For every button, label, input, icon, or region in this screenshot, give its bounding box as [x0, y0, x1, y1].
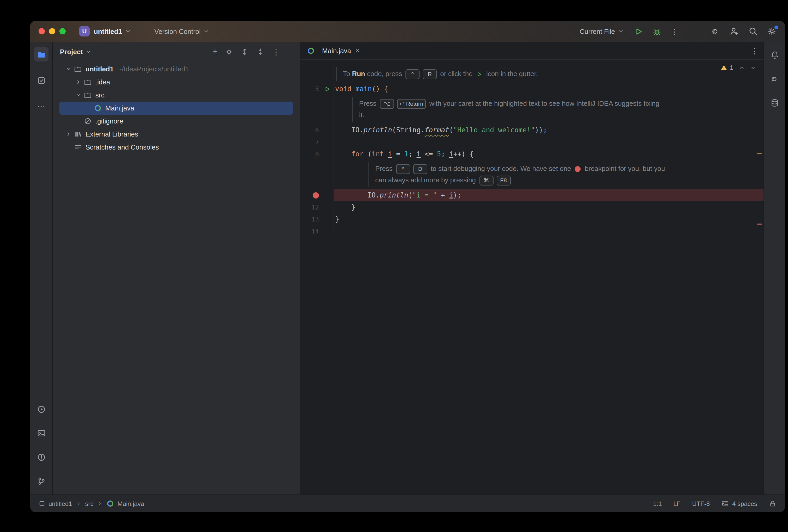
- warning-summary[interactable]: 1: [721, 64, 733, 72]
- code-line[interactable]: 8for (int i = 1; i <= 5; i++) {: [300, 148, 764, 160]
- write-access-lock-icon[interactable]: [769, 500, 776, 508]
- scrollbar-error-mark[interactable]: [757, 223, 762, 225]
- tree-item-src[interactable]: src: [59, 88, 293, 102]
- indent-setting[interactable]: 4 spaces: [721, 500, 757, 508]
- code-token: (: [408, 191, 413, 199]
- next-problem-chevron-icon[interactable]: [750, 65, 756, 71]
- chevron-right-icon[interactable]: [74, 79, 83, 85]
- more-tool-windows-icon[interactable]: ⋯: [34, 99, 48, 114]
- keycap: F8: [496, 175, 511, 185]
- encoding[interactable]: UTF-8: [692, 500, 710, 507]
- hint-body: Press ^D to start debugging your code. W…: [334, 160, 764, 189]
- vcs-widget[interactable]: Version Control: [154, 27, 210, 35]
- panel-options-kebab-icon[interactable]: ⋮: [272, 48, 280, 56]
- gutter[interactable]: 6: [300, 124, 334, 136]
- line-ending[interactable]: LF: [673, 500, 681, 507]
- breakpoint-dot[interactable]: [313, 192, 319, 198]
- prev-problem-chevron-icon[interactable]: [738, 65, 745, 71]
- commit-tool-button[interactable]: [34, 73, 48, 87]
- run-gutter-icon[interactable]: [321, 86, 334, 92]
- code-token: IO.: [351, 126, 363, 134]
- expand-all-icon[interactable]: [241, 48, 249, 56]
- chevron-right-icon[interactable]: [64, 131, 74, 137]
- debug-button[interactable]: [652, 27, 661, 36]
- code-line[interactable]: 3void main() {: [300, 83, 764, 95]
- minimize-window-button[interactable]: [49, 28, 55, 34]
- code-token: (: [449, 126, 453, 134]
- tree-item-external-libraries[interactable]: External Libraries: [59, 127, 293, 141]
- gutter[interactable]: 14: [300, 225, 334, 237]
- breadcrumb-src[interactable]: src: [85, 500, 94, 507]
- code-token: =: [392, 150, 405, 158]
- tree-item-scratches-and-consoles[interactable]: Scratches and Consoles: [59, 141, 293, 154]
- tree-item-main-java[interactable]: Main.java: [59, 102, 293, 115]
- search-icon[interactable]: [748, 26, 758, 36]
- chevron-down-icon[interactable]: [74, 92, 83, 98]
- gutter[interactable]: 12: [300, 201, 334, 213]
- gutter[interactable]: 3: [300, 83, 334, 95]
- tree-item--gitignore[interactable]: .gitignore: [59, 115, 293, 127]
- terminal-tool-button[interactable]: [34, 426, 48, 440]
- close-window-button[interactable]: [39, 28, 45, 34]
- hide-panel-icon[interactable]: −: [288, 48, 292, 56]
- settings-gear-icon[interactable]: [767, 26, 776, 36]
- editor-tab-main-java[interactable]: Main.java ×: [300, 42, 366, 59]
- project-tool-button[interactable]: [34, 47, 48, 61]
- gutter[interactable]: 8: [300, 148, 334, 160]
- editor-options-kebab-icon[interactable]: ⋮: [750, 47, 758, 55]
- ai-assistant-icon[interactable]: [711, 26, 720, 36]
- code-line[interactable]: 6IO.println(String.format("Hello and wel…: [300, 124, 764, 136]
- hint-text: icon in the gutter.: [485, 68, 538, 80]
- code-line[interactable]: 14: [300, 225, 764, 237]
- code-token: ));: [535, 126, 547, 134]
- code-line[interactable]: IO.println("i = " + i);: [300, 189, 764, 201]
- problems-tool-button[interactable]: [34, 450, 48, 464]
- project-panel-actions: + ⋮ −: [213, 47, 292, 56]
- editor-content[interactable]: To Run code, press ^R or click the icon …: [300, 60, 764, 494]
- inline-hint: Press ⌥↩ Return with your caret at the h…: [300, 95, 764, 124]
- project-widget[interactable]: U untitled1: [79, 26, 131, 37]
- code-line[interactable]: 12}: [300, 201, 764, 213]
- gutter[interactable]: [300, 189, 334, 201]
- hint-line: Press ⌥↩ Return with your caret at the h…: [359, 98, 659, 110]
- code-token: );: [453, 191, 461, 199]
- more-actions-kebab-icon[interactable]: ⋮: [671, 27, 678, 35]
- code-token: "i = ": [412, 191, 437, 199]
- caret-position[interactable]: 1:1: [653, 500, 662, 507]
- chevron-down-icon: [617, 28, 624, 34]
- ai-assistant-icon[interactable]: [767, 72, 782, 86]
- code-token: ;: [441, 150, 449, 158]
- notifications-bell-icon[interactable]: [767, 47, 782, 62]
- project-panel-title-dropdown[interactable]: Project: [60, 48, 91, 56]
- collapse-all-icon[interactable]: [256, 48, 264, 56]
- add-user-icon[interactable]: [730, 26, 739, 36]
- code-token: println: [380, 191, 408, 199]
- breadcrumb-main-java[interactable]: Main.java: [106, 500, 144, 508]
- close-tab-icon[interactable]: ×: [356, 47, 359, 54]
- add-icon[interactable]: +: [213, 47, 218, 56]
- hint-text: to start debugging your code. We have se…: [429, 163, 573, 175]
- gutter[interactable]: 7: [300, 136, 334, 148]
- activity-bar-bottom: [34, 402, 48, 488]
- code-line[interactable]: 7: [300, 136, 764, 148]
- run-tool-button[interactable]: [34, 402, 48, 416]
- breadcrumb-label: Main.java: [118, 500, 144, 507]
- breadcrumb-untitled1[interactable]: untitled1: [39, 500, 72, 507]
- keycap: R: [423, 69, 437, 79]
- code-token: ;: [408, 150, 416, 158]
- run-configuration-selector[interactable]: Current File: [579, 27, 624, 35]
- right-toolbar: [764, 42, 785, 494]
- database-icon[interactable]: [767, 95, 782, 110]
- scrollbar-warning-mark[interactable]: [757, 153, 762, 154]
- chevron-down-icon[interactable]: [64, 66, 74, 72]
- gutter[interactable]: 13: [300, 213, 334, 225]
- zoom-window-button[interactable]: [59, 28, 66, 34]
- tree-item--idea[interactable]: .idea: [59, 76, 293, 88]
- git-branch-icon[interactable]: [34, 474, 48, 488]
- inline-hint: Press ^D to start debugging your code. W…: [300, 160, 764, 189]
- locate-file-icon[interactable]: [225, 48, 233, 56]
- tree-item-untitled1[interactable]: untitled1~/IdeaProjects/untitled1: [59, 62, 293, 76]
- code-line[interactable]: 13}: [300, 213, 764, 225]
- code-token: <=: [420, 150, 437, 158]
- run-button[interactable]: [634, 27, 643, 36]
